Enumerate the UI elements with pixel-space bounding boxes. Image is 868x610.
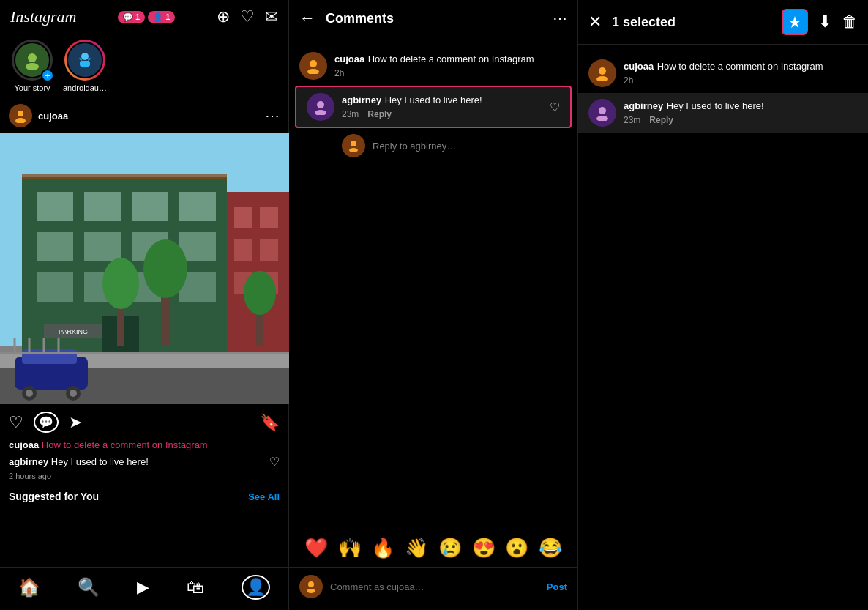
svg-point-7 <box>15 118 26 123</box>
instagram-logo: Instagram <box>10 7 76 26</box>
emoji-heart[interactable]: ❤️ <box>304 537 328 559</box>
search-nav-icon[interactable]: 🔍 <box>78 577 100 598</box>
like-action-icon[interactable]: ♡ <box>9 413 23 432</box>
post-actions: ♡ 💬 ➤ 🔖 <box>0 404 288 436</box>
agbirney-comment-content: agbirney Hey I used to live here! 23m Re… <box>342 93 542 119</box>
suggested-header: Suggested for You See All <box>0 485 288 508</box>
cujoaa-comment-time: 2h <box>334 68 344 78</box>
add-icon[interactable]: ⊕ <box>217 7 230 26</box>
post-header: cujoaa ⋯ <box>0 98 288 133</box>
svg-rect-17 <box>37 232 73 261</box>
follow-badge[interactable]: 👤 1 <box>148 11 175 23</box>
comment-input-avatar <box>299 575 323 598</box>
svg-point-53 <box>310 60 317 67</box>
emoji-laugh[interactable]: 😂 <box>539 537 562 559</box>
your-story-item[interactable]: + Your story <box>10 40 54 92</box>
svg-rect-30 <box>234 239 252 261</box>
delete-icon[interactable]: 🗑 <box>842 12 858 31</box>
svg-rect-29 <box>260 207 278 228</box>
post-more-icon[interactable]: ⋯ <box>265 107 280 124</box>
post-image: PARKING <box>0 133 289 404</box>
svg-line-5 <box>89 59 90 60</box>
home-nav-icon[interactable]: 🏠 <box>18 577 40 598</box>
comments-more-icon[interactable]: ⋯ <box>553 10 567 27</box>
sel-agbirney-avatar <box>588 99 616 127</box>
androidauth-story[interactable]: androidauth... <box>63 40 107 92</box>
reply-to-text[interactable]: Reply to agbirney… <box>373 141 456 152</box>
cujoaa-avatar <box>299 52 327 80</box>
svg-rect-21 <box>37 272 73 302</box>
pin-icon-button[interactable] <box>782 9 808 35</box>
reply-input-area: Reply to agbirney… <box>289 128 577 163</box>
selected-header-right: ⬇ 🗑 <box>782 9 858 35</box>
svg-point-54 <box>307 69 319 74</box>
feed-header-icons: ⊕ ♡ ✉ <box>217 7 278 26</box>
back-icon[interactable]: ← <box>299 9 315 28</box>
comment-post-button[interactable]: Post <box>547 581 567 592</box>
agbirney-avatar <box>307 93 334 121</box>
download-icon[interactable]: ⬇ <box>818 12 831 31</box>
cujoaa-comment-text2: How to delete a comment on Instagram <box>368 53 534 64</box>
close-icon[interactable]: ✕ <box>588 12 602 31</box>
selected-header: ✕ 1 selected ⬇ 🗑 <box>578 0 868 45</box>
messenger-icon[interactable]: ✉ <box>265 7 278 26</box>
notification-group: 💬 1 👤 1 <box>118 11 175 23</box>
emoji-clap[interactable]: 🙌 <box>338 537 362 559</box>
add-story-button[interactable]: + <box>41 69 54 82</box>
svg-line-4 <box>80 59 81 60</box>
svg-point-60 <box>307 589 315 593</box>
svg-rect-28 <box>234 207 252 228</box>
post-actions-left: ♡ 💬 ➤ <box>9 412 82 433</box>
sel-agbirney-meta: 23m Reply <box>624 115 858 125</box>
svg-rect-14 <box>84 192 121 221</box>
sel-comment-cujoaa: cujoaa How to delete a comment on Instag… <box>578 53 868 93</box>
svg-point-55 <box>317 101 324 108</box>
sel-cujoaa-time: 2h <box>624 75 633 86</box>
agbirney-reply-btn[interactable]: Reply <box>367 109 392 119</box>
post-avatar[interactable] <box>9 104 32 127</box>
selected-panel: ✕ 1 selected ⬇ 🗑 cujoaa <box>578 0 868 610</box>
comment-input-field[interactable] <box>330 581 539 592</box>
emoji-wow[interactable]: 😮 <box>505 537 528 559</box>
share-action-icon[interactable]: ➤ <box>69 413 82 432</box>
svg-point-6 <box>18 111 23 116</box>
comment-agbirney[interactable]: agbirney Hey I used to live here! 23m Re… <box>295 86 572 128</box>
sel-comment-agbirney: agbirney Hey I used to live here! 23m Re… <box>578 93 868 133</box>
emoji-cry[interactable]: 😢 <box>438 537 462 559</box>
comments-badge[interactable]: 💬 1 <box>118 11 145 23</box>
heart-icon[interactable]: ♡ <box>240 7 255 26</box>
suggested-title: Suggested for You <box>9 491 99 502</box>
svg-rect-18 <box>84 232 121 261</box>
svg-rect-13 <box>37 192 73 221</box>
comments-header-left: ← Comments <box>299 9 394 28</box>
svg-point-57 <box>351 141 356 146</box>
emoji-heart-eyes[interactable]: 😍 <box>472 537 495 559</box>
sel-cujoaa-meta: 2h <box>624 75 858 86</box>
comment-action-icon[interactable]: 💬 <box>34 412 59 433</box>
comment-like-icon[interactable]: ♡ <box>269 455 280 469</box>
agbirney-comment-meta: 23m Reply <box>342 109 542 119</box>
comment-preview-username: agbirney <box>9 456 48 467</box>
your-story-label: Your story <box>14 83 50 92</box>
emoji-bar: ❤️ 🙌 🔥 👋 😢 😍 😮 😂 <box>289 529 577 567</box>
post-comment-preview: agbirney Hey I used to live here! ♡ <box>0 453 288 470</box>
profile-nav-icon[interactable]: 👤 <box>242 575 270 600</box>
post-caption: cujoaa How to delete a comment on Instag… <box>0 436 288 453</box>
reels-nav-icon[interactable]: ▶ <box>137 578 149 597</box>
svg-point-37 <box>102 258 139 309</box>
reply-avatar <box>342 134 365 157</box>
comment-like-icon[interactable]: ♡ <box>550 100 560 114</box>
androidauth-avatar-wrap <box>64 40 105 81</box>
comments-list: cujoaa How to delete a comment on Instag… <box>289 37 577 529</box>
svg-point-59 <box>308 581 314 587</box>
emoji-fire[interactable]: 🔥 <box>371 537 394 559</box>
post-username[interactable]: cujoaa <box>38 111 68 122</box>
sel-agbirney-reply[interactable]: Reply <box>649 115 673 125</box>
svg-point-63 <box>599 107 606 114</box>
svg-point-64 <box>596 116 608 121</box>
emoji-wave[interactable]: 👋 <box>405 537 428 559</box>
see-all-button[interactable]: See All <box>248 491 280 502</box>
comments-title: Comments <box>326 11 394 26</box>
shop-nav-icon[interactable]: 🛍 <box>187 577 204 598</box>
save-action-icon[interactable]: 🔖 <box>260 413 280 432</box>
